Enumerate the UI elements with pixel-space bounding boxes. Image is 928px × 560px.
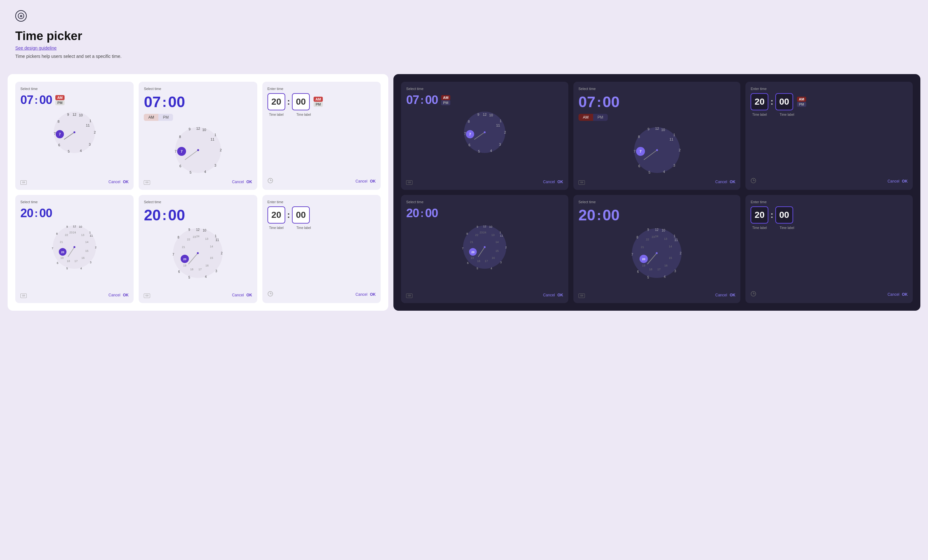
ok-button[interactable]: OK	[123, 293, 128, 298]
am-toggle[interactable]: AM	[144, 114, 159, 121]
hour-display[interactable]: 07	[144, 93, 160, 111]
am-button[interactable]: AM	[55, 95, 64, 100]
cancel-button[interactable]: Cancel	[715, 293, 727, 298]
pm-toggle[interactable]: PM	[593, 114, 608, 121]
svg-text:7: 7	[59, 132, 61, 136]
pm-button[interactable]: PM	[441, 100, 450, 105]
keyboard-icon[interactable]: ⌨	[20, 292, 27, 298]
ok-button[interactable]: OK	[370, 179, 375, 183]
minute-display[interactable]: 00	[603, 206, 620, 224]
cancel-button[interactable]: Cancel	[888, 292, 899, 297]
minute-display[interactable]: 00	[40, 206, 52, 220]
design-guideline-link[interactable]: See design guideline	[15, 46, 913, 50]
pm-button[interactable]: PM	[314, 102, 323, 107]
svg-text:21: 21	[470, 240, 473, 244]
clock-face[interactable]: 12 1 2 3 4 5 6 7 8 9 10 11 7	[144, 125, 252, 175]
clock-face-24h[interactable]: 12 1 2 3 4 5 6 7 8 9 10 11 24 13 14 15	[20, 223, 128, 289]
clock-face-24h[interactable]: 12 1 2 3 4 5 6 7 8 9 10 11 24 13 14 15 1	[578, 227, 736, 289]
minute-display[interactable]: 00	[40, 93, 52, 107]
ok-button[interactable]: OK	[246, 293, 252, 298]
minute-input[interactable]	[292, 206, 310, 224]
clock-face[interactable]: 12 1 2 3 4 5 6 7 8 9 10 11	[20, 110, 128, 175]
time-display: 07 : 00 AM PM	[20, 93, 128, 107]
hour-input[interactable]	[751, 206, 768, 224]
pm-button[interactable]: PM	[55, 100, 64, 105]
clock-icon[interactable]	[267, 178, 273, 185]
svg-text:11: 11	[496, 124, 500, 127]
minute-display[interactable]: 00	[603, 93, 620, 111]
hour-display[interactable]: 20	[144, 206, 160, 224]
cancel-button[interactable]: Cancel	[356, 179, 367, 183]
svg-text:2: 2	[680, 252, 682, 255]
ok-button[interactable]: OK	[730, 293, 735, 298]
cancel-button[interactable]: Cancel	[356, 292, 367, 297]
hour-display[interactable]: 07	[20, 93, 33, 107]
keyboard-icon[interactable]: ⌨	[406, 292, 412, 298]
ok-button[interactable]: OK	[902, 292, 908, 297]
clock-face[interactable]: 12 1 2 3 4 5 6 7 8 9 10 11 7	[406, 110, 563, 175]
hour-display[interactable]: 07	[578, 93, 595, 111]
cancel-button[interactable]: Cancel	[232, 180, 244, 184]
cancel-button[interactable]: Cancel	[108, 293, 120, 298]
keyboard-icon[interactable]: ⌨	[578, 292, 585, 298]
minute-label: Time label	[295, 113, 313, 116]
clock-face-24h[interactable]: 12 1 2 3 4 5 6 7 8 9 10 11 24 13 14 15 1	[406, 223, 563, 289]
am-toggle[interactable]: AM	[578, 114, 593, 121]
minute-display[interactable]: 00	[425, 93, 438, 107]
pm-toggle[interactable]: PM	[159, 114, 173, 121]
svg-text:24: 24	[73, 231, 76, 234]
hour-input[interactable]	[267, 206, 285, 224]
cancel-button[interactable]: Cancel	[888, 179, 899, 183]
card-label: Select time	[406, 87, 563, 91]
svg-text:7: 7	[633, 150, 635, 153]
minute-input[interactable]	[775, 93, 793, 110]
minute-display[interactable]: 00	[168, 93, 185, 111]
ok-button[interactable]: OK	[730, 180, 735, 184]
hour-display[interactable]: 20	[578, 206, 595, 224]
minute-display[interactable]: 00	[168, 206, 185, 224]
svg-text:6: 6	[469, 143, 470, 147]
ok-button[interactable]: OK	[246, 180, 252, 184]
enter-time-24h-light: Enter time : Time label Time label	[263, 195, 381, 303]
hour-input[interactable]	[751, 93, 768, 110]
ok-button[interactable]: OK	[557, 293, 563, 298]
clock-icon[interactable]	[751, 291, 756, 298]
clock-icon[interactable]	[751, 178, 756, 185]
clock-face[interactable]: 12 1 2 3 4 5 6 7 8 9 10 11 7	[578, 125, 736, 175]
ok-button[interactable]: OK	[370, 292, 375, 297]
pm-button[interactable]: PM	[797, 102, 806, 107]
keyboard-icon[interactable]: ⌨	[406, 179, 412, 185]
clock-icon[interactable]	[267, 291, 273, 298]
svg-text:14: 14	[85, 240, 89, 244]
clock-face-24h[interactable]: 12 1 2 3 4 5 6 7 8 9 10 11 24 13 14 15	[144, 227, 252, 289]
cancel-button[interactable]: Cancel	[543, 293, 555, 298]
am-button[interactable]: AM	[797, 97, 806, 102]
keyboard-icon[interactable]: ⌨	[144, 292, 150, 298]
svg-text:12: 12	[196, 127, 200, 130]
hour-display[interactable]: 20	[406, 206, 419, 220]
hour-input[interactable]	[267, 93, 285, 110]
cancel-button[interactable]: Cancel	[543, 180, 555, 184]
svg-text:3: 3	[90, 261, 92, 264]
hour-display[interactable]: 07	[406, 93, 419, 107]
ok-button[interactable]: OK	[557, 180, 563, 184]
ok-button[interactable]: OK	[902, 179, 908, 183]
minute-display[interactable]: 00	[425, 206, 438, 220]
svg-text:4: 4	[490, 149, 492, 153]
minute-input[interactable]	[292, 93, 310, 110]
ok-button[interactable]: OK	[123, 180, 128, 184]
cancel-button[interactable]: Cancel	[715, 180, 727, 184]
am-button[interactable]: AM	[314, 97, 323, 102]
hour-display[interactable]: 20	[20, 206, 33, 220]
svg-text:15: 15	[85, 249, 89, 252]
am-button[interactable]: AM	[441, 95, 450, 100]
minute-input[interactable]	[775, 206, 793, 224]
keyboard-icon[interactable]: ⌨	[144, 179, 150, 185]
ampm-group: AM PM	[797, 97, 806, 107]
cancel-button[interactable]: Cancel	[232, 293, 244, 298]
svg-text:3: 3	[499, 142, 501, 146]
cancel-button[interactable]: Cancel	[108, 180, 120, 184]
svg-text:22: 22	[646, 238, 649, 241]
keyboard-icon[interactable]: ⌨	[20, 179, 27, 185]
keyboard-icon[interactable]: ⌨	[578, 179, 585, 185]
